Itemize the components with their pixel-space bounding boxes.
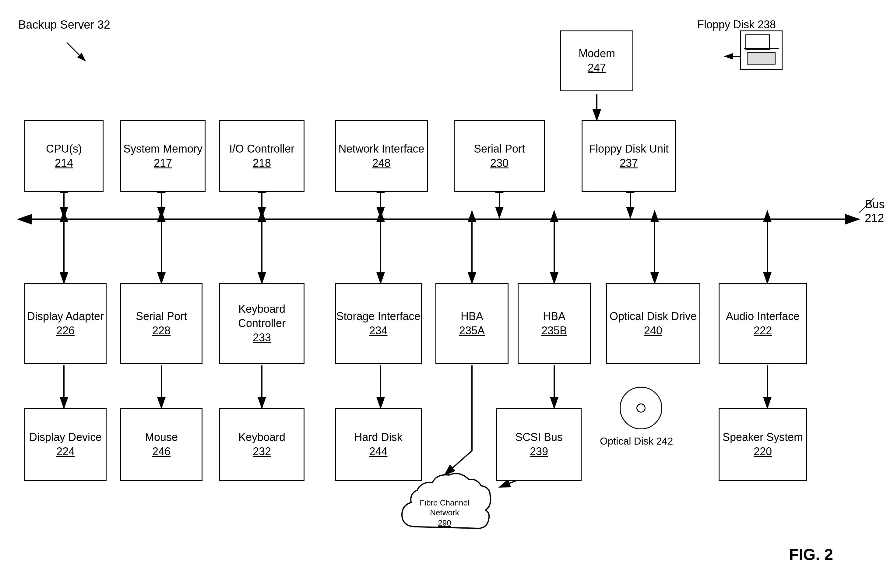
floppy-disk-label: Floppy Disk 238 — [697, 18, 776, 31]
box-io-label: I/O Controller — [229, 142, 294, 156]
box-disp-device-num: 224 — [56, 444, 75, 459]
optical-disk-circle — [620, 387, 662, 429]
box-cpu: CPU(s) 214 — [24, 120, 104, 192]
svg-text:Network: Network — [430, 508, 459, 517]
box-disp-device: Display Device 224 — [24, 408, 107, 481]
box-hba-b: HBA 235B — [518, 283, 591, 364]
box-optical-drive-label: Optical Disk Drive — [610, 309, 697, 324]
box-storage-iface: Storage Interface 234 — [335, 283, 422, 364]
bus-label: Bus — [865, 198, 885, 211]
svg-line-29 — [67, 42, 85, 61]
box-hba-b-label: HBA — [543, 309, 565, 324]
box-net-label: Network Interface — [338, 142, 424, 156]
box-storage-num: 234 — [369, 324, 387, 338]
box-audio-iface: Audio Interface 222 — [719, 283, 807, 364]
box-serial-mid-label: Serial Port — [136, 309, 187, 324]
box-mouse-num: 246 — [152, 444, 171, 459]
box-speaker: Speaker System 220 — [719, 408, 807, 481]
box-net-iface: Network Interface 248 — [335, 120, 428, 192]
fibre-channel-cloud: Fibre Channel Network 290 — [393, 466, 496, 551]
box-floppy-unit-num: 237 — [620, 156, 638, 171]
box-kb-ctrl-label: Keyboard Controller — [220, 302, 304, 331]
diagram: Backup Server 32 CPU(s) 214 System Memor… — [0, 0, 894, 588]
box-serial-top: Serial Port 230 — [454, 120, 545, 192]
box-audio-num: 222 — [754, 324, 772, 338]
box-speaker-num: 220 — [754, 444, 772, 459]
box-speaker-label: Speaker System — [723, 430, 803, 444]
box-disp-device-label: Display Device — [29, 430, 102, 444]
box-hard-disk-label: Hard Disk — [354, 430, 402, 444]
box-serial-mid-num: 228 — [152, 324, 171, 338]
optical-disk-label: Optical Disk 242 — [600, 435, 673, 447]
box-hba-a-num: 235A — [459, 324, 485, 338]
box-disp-adapter-label: Display Adapter — [27, 309, 104, 324]
box-hba-a: HBA 235A — [435, 283, 509, 364]
box-serial-mid: Serial Port 228 — [120, 283, 202, 364]
floppy-disk-icon — [740, 30, 782, 70]
box-disp-adapter-num: 226 — [56, 324, 75, 338]
box-kb-ctrl-num: 233 — [253, 331, 271, 345]
box-sys-mem: System Memory 217 — [120, 120, 205, 192]
box-scsi-bus: SCSI Bus 239 — [496, 408, 581, 481]
backup-server-label: Backup Server 32 — [18, 18, 110, 31]
box-scsi-label: SCSI Bus — [515, 430, 563, 444]
box-audio-label: Audio Interface — [726, 309, 800, 324]
box-keyboard-label: Keyboard — [239, 430, 285, 444]
box-hba-b-num: 235B — [541, 324, 567, 338]
bus-num: 212 — [865, 212, 884, 225]
box-optical-drive-num: 240 — [644, 324, 662, 338]
svg-text:290: 290 — [438, 518, 451, 528]
box-cpu-num: 214 — [55, 156, 73, 171]
box-cpu-label: CPU(s) — [46, 142, 82, 156]
box-sys-mem-num: 217 — [154, 156, 172, 171]
box-disp-adapter: Display Adapter 226 — [24, 283, 107, 364]
box-modem-label: Modem — [578, 47, 615, 61]
box-keyboard-num: 232 — [253, 444, 271, 459]
box-hard-disk-num: 244 — [369, 444, 387, 459]
box-serial-top-label: Serial Port — [474, 142, 525, 156]
box-scsi-num: 239 — [530, 444, 548, 459]
box-kb-ctrl: Keyboard Controller 233 — [219, 283, 305, 364]
box-modem-num: 247 — [588, 61, 606, 75]
box-mouse-label: Mouse — [145, 430, 178, 444]
box-net-num: 248 — [372, 156, 390, 171]
box-floppy-unit: Floppy Disk Unit 237 — [581, 120, 676, 192]
box-sys-mem-label: System Memory — [123, 142, 202, 156]
box-hba-a-label: HBA — [461, 309, 483, 324]
box-io-ctrl: I/O Controller 218 — [219, 120, 305, 192]
box-optical-drive: Optical Disk Drive 240 — [606, 283, 700, 364]
box-modem: Modem 247 — [560, 30, 633, 91]
box-floppy-unit-label: Floppy Disk Unit — [589, 142, 669, 156]
box-mouse: Mouse 246 — [120, 408, 202, 481]
box-serial-top-num: 230 — [490, 156, 509, 171]
fig-label: FIG. 2 — [789, 546, 833, 564]
box-io-num: 218 — [253, 156, 271, 171]
box-keyboard: Keyboard 232 — [219, 408, 305, 481]
svg-text:Fibre Channel: Fibre Channel — [420, 498, 469, 507]
box-storage-label: Storage Interface — [336, 309, 420, 324]
